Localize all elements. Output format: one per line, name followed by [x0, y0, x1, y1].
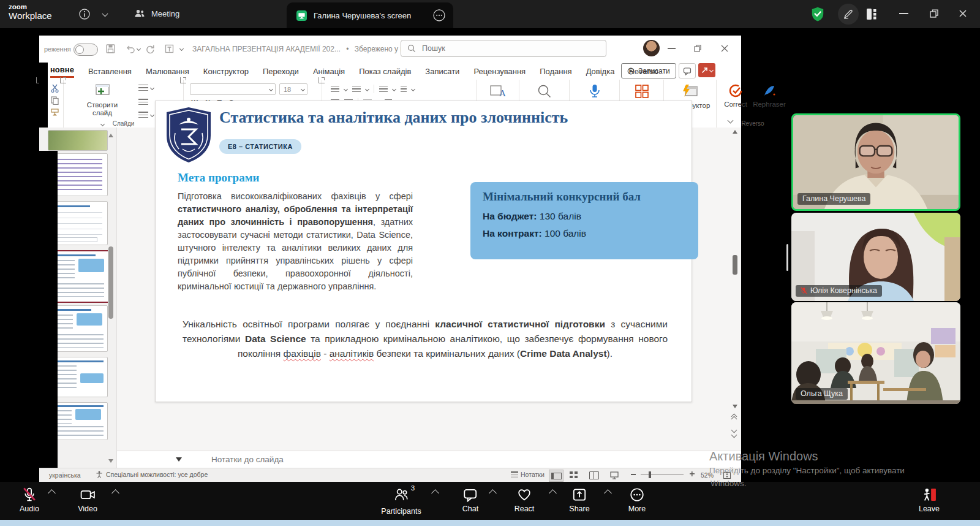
normal-view-button[interactable]	[549, 470, 564, 482]
next-slide-button[interactable]	[732, 428, 736, 437]
ppt-close-button[interactable]	[720, 44, 729, 55]
account-avatar[interactable]	[643, 40, 660, 56]
uniq-mid3: -	[321, 348, 330, 359]
language-status[interactable]: українська	[49, 471, 81, 479]
zoom-slider-thumb[interactable]	[649, 471, 651, 478]
format-painter-icon[interactable]	[50, 108, 59, 117]
thumbnails-scrollbar[interactable]	[108, 128, 114, 468]
tab-review[interactable]: Рецензування	[473, 67, 526, 76]
tab-design[interactable]: Конструктор	[203, 67, 249, 76]
reading-view-button[interactable]	[589, 471, 599, 479]
correct-button[interactable]: Correct	[720, 83, 751, 109]
search-box[interactable]	[401, 40, 606, 57]
tab-slideshow[interactable]: Показ слайдів	[359, 67, 411, 76]
search-input[interactable]	[421, 44, 595, 53]
toolbar-chevron-icon[interactable]	[179, 47, 184, 51]
security-shield-icon[interactable]	[810, 6, 826, 25]
audio-button[interactable]: Audio	[12, 487, 47, 513]
previous-slide-button[interactable]	[732, 414, 736, 421]
notes-toggle-button[interactable]: Нотатки	[511, 471, 545, 478]
paragraph-dialog-launcher[interactable]	[318, 77, 325, 83]
slide-sorter-view-button[interactable]	[570, 471, 578, 478]
info-icon[interactable]	[78, 8, 91, 23]
redo-icon[interactable]	[145, 44, 155, 56]
ppt-minimize-button[interactable]	[668, 48, 676, 49]
tab-help[interactable]: Довідка	[586, 67, 615, 76]
tab-options-ellipsis-icon[interactable]	[432, 9, 446, 25]
restore-window-button[interactable]	[929, 8, 940, 21]
save-icon[interactable]	[105, 44, 116, 56]
undo-icon[interactable]	[125, 44, 135, 56]
autosave-toggle[interactable]	[74, 44, 98, 56]
windows-activation-watermark-line2: Перейдіть до розділу "Настройки", щоб ак…	[709, 466, 905, 475]
more-button[interactable]: More	[621, 487, 653, 513]
slideshow-view-button[interactable]	[610, 471, 619, 482]
multilevel-list-button[interactable]	[379, 86, 388, 93]
section-button[interactable]	[138, 112, 154, 118]
tab-animations[interactable]: Анімація	[313, 67, 345, 76]
start-presentation-icon[interactable]	[164, 44, 175, 56]
comments-button[interactable]	[679, 63, 696, 78]
tab-draw[interactable]: Малювання	[146, 67, 189, 76]
notes-bar[interactable]: Нотатки до слайда	[117, 451, 741, 468]
bullets-button[interactable]	[331, 86, 339, 93]
participants-button[interactable]: 3 Participants	[379, 487, 424, 516]
share-presentation-button[interactable]	[698, 63, 715, 77]
notes-collapse-icon[interactable]	[176, 457, 182, 462]
slide-scroll-up-icon[interactable]	[733, 130, 737, 134]
cut-icon[interactable]	[50, 83, 59, 93]
numbering-button[interactable]	[352, 86, 361, 93]
slide-layout-button[interactable]	[138, 85, 154, 91]
tab-meeting[interactable]: Meeting	[134, 7, 179, 20]
copy-icon[interactable]	[50, 96, 59, 105]
font-size-select[interactable]: 18	[279, 83, 307, 95]
react-button[interactable]: React	[508, 487, 540, 513]
minimize-button[interactable]	[899, 13, 908, 14]
video-tile-yuliia[interactable]: Юлія Ковернінська	[791, 213, 960, 301]
slides-dialog-launcher[interactable]	[60, 77, 66, 83]
video-button[interactable]: Video	[69, 487, 106, 513]
reset-slide-button[interactable]	[138, 99, 148, 105]
document-title: ЗАГАЛЬНА ПРЕЗЕНТАЦІЯ АКАДЕМІЇ 202... • З…	[192, 45, 433, 53]
zoom-out-button[interactable]	[631, 474, 636, 475]
zoom-slider[interactable]	[641, 475, 684, 475]
tab-home[interactable]: новне	[50, 65, 74, 78]
slide-scroll-down-icon[interactable]	[733, 405, 737, 408]
chat-button[interactable]: Chat	[454, 487, 486, 513]
tab-screen-share[interactable]: Галина Черушева's screen	[287, 2, 453, 28]
layout-panels-icon[interactable]	[865, 7, 880, 24]
tab-insert[interactable]: Вставлення	[88, 67, 132, 76]
leave-button[interactable]: Leave	[912, 487, 946, 513]
contract-score-line: На контракт: 100 балів	[483, 228, 686, 239]
tab-record[interactable]: Записати	[425, 67, 459, 76]
undo-chevron-icon[interactable]	[137, 47, 141, 51]
ppt-restore-button[interactable]	[693, 44, 702, 55]
scroll-up-arrow-icon[interactable]	[108, 134, 113, 137]
tab-transitions[interactable]: Переходи	[263, 67, 299, 76]
chevron-down-icon[interactable]	[102, 11, 108, 17]
close-window-button[interactable]	[958, 9, 968, 21]
slide-scrollbar-thumb[interactable]	[733, 255, 737, 275]
scroll-down-arrow-icon[interactable]	[108, 459, 113, 463]
font-name-select[interactable]	[190, 83, 276, 95]
sidebar-resize-handle[interactable]	[786, 244, 788, 271]
slide-scrollbar[interactable]	[731, 129, 739, 441]
tab-view[interactable]: Подання	[540, 67, 572, 76]
share-button[interactable]: Share	[564, 487, 595, 513]
uniq-post: ).	[607, 348, 612, 359]
record-dot-icon	[627, 67, 635, 75]
annotate-pencil-icon[interactable]	[838, 4, 859, 25]
accessibility-status[interactable]: Спеціальні можливості: усе добре	[96, 471, 208, 478]
thumbnails-scrollbar-thumb[interactable]	[108, 246, 113, 319]
video-tile-olha[interactable]: Ольга Щука	[791, 302, 960, 404]
font-dialog-launcher[interactable]	[180, 77, 186, 83]
video-tile-galyna[interactable]: Галина Черушева	[791, 113, 960, 211]
record-button[interactable]: Записати	[621, 63, 676, 78]
zoom-in-button[interactable]	[690, 471, 695, 476]
line-spacing-button[interactable]	[401, 86, 407, 93]
reverso-group-label: Reverso	[717, 120, 789, 127]
accessibility-icon	[96, 471, 103, 478]
slide-thumbnail-1[interactable]	[48, 130, 108, 151]
rephraser-button[interactable]: Rephraser	[752, 83, 786, 109]
new-slide-label: Створити слайд	[78, 101, 126, 117]
